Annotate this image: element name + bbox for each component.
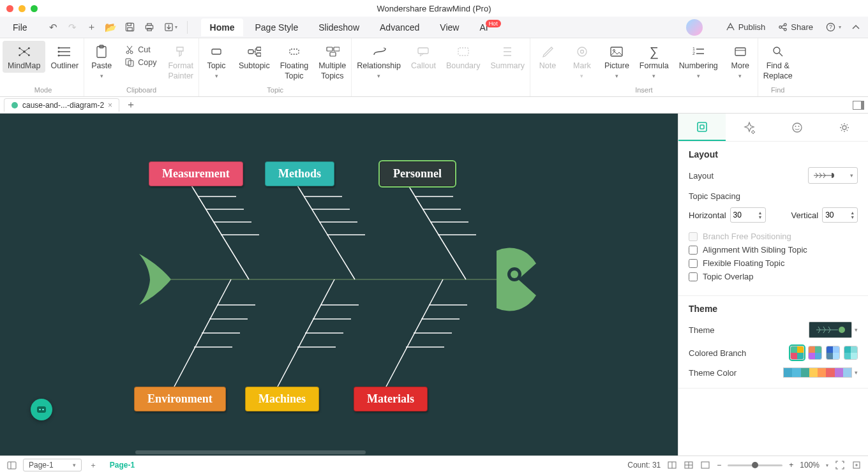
svg-line-61 — [174, 279, 231, 388]
boundary-button[interactable]: Boundary — [441, 41, 486, 73]
canvas-hscroll[interactable] — [0, 449, 678, 455]
align-sibling-check[interactable]: Alignment With Sibling Topic — [689, 245, 858, 255]
fish-cat-environment[interactable]: Environment — [134, 387, 226, 411]
svg-point-39 — [613, 50, 615, 52]
ribbon-group-insert: Note Mark▾ Picture▾ ∑Formula▾ 12Numberin… — [530, 38, 758, 96]
export-button[interactable]: ▾ — [160, 19, 182, 36]
layout-select[interactable]: ▾ — [808, 167, 858, 184]
flex-float-check[interactable]: Flexible Floating Topic — [689, 258, 858, 268]
svg-rect-82 — [700, 125, 704, 129]
cut-icon — [125, 45, 134, 54]
file-menu[interactable]: File — [5, 20, 35, 35]
tab-view[interactable]: View — [431, 19, 468, 36]
note-button[interactable]: Note — [530, 41, 565, 73]
count-label: Count: 31 — [627, 461, 661, 470]
tab-ai[interactable]: AIHot — [470, 19, 512, 36]
svg-point-36 — [578, 47, 587, 56]
panel-tab-layout[interactable] — [678, 114, 726, 141]
vertical-spin[interactable]: ▲▼ — [822, 207, 858, 223]
subtopic-button[interactable]: Subtopic — [234, 41, 275, 73]
mindmap-mode[interactable]: MindMap — [3, 41, 45, 73]
canvas[interactable]: Measurement Methods Personnel Environmen… — [0, 114, 678, 455]
picture-icon — [610, 45, 624, 59]
multiple-topics-button[interactable]: Multiple Topics — [313, 41, 351, 82]
find-replace-button[interactable]: Find & Replace — [758, 41, 798, 82]
fullscreen[interactable] — [835, 460, 845, 470]
help-button[interactable]: ? ▾ — [821, 20, 846, 34]
ai-fab[interactable] — [31, 399, 52, 420]
share-button[interactable]: Share — [773, 20, 818, 34]
more-button[interactable]: More▾ — [723, 41, 758, 81]
new-button[interactable]: ＋ — [84, 19, 100, 36]
doc-icon — [11, 101, 19, 109]
fish-cat-machines[interactable]: Machines — [245, 387, 319, 411]
floating-topic-button[interactable]: Floating Topic — [275, 41, 313, 82]
theme-color-select[interactable] — [783, 367, 852, 378]
undo-button[interactable]: ↶ — [45, 19, 62, 36]
close-window[interactable] — [6, 5, 13, 12]
view-mode-3[interactable] — [700, 460, 710, 470]
print-button[interactable] — [141, 19, 158, 36]
svg-point-84 — [795, 126, 796, 127]
callout-button[interactable]: Callout — [406, 41, 441, 73]
swatch-3[interactable] — [826, 346, 840, 360]
swatch-4[interactable] — [844, 346, 858, 360]
close-tab[interactable]: × — [108, 101, 112, 110]
theme-select[interactable] — [809, 322, 852, 338]
copy-icon — [125, 58, 134, 67]
copy-button[interactable]: Copy — [123, 56, 159, 69]
pages-icon[interactable] — [6, 460, 17, 470]
overlap-check[interactable]: Topic Overlap — [689, 272, 858, 281]
subtopic-icon — [247, 45, 261, 59]
add-tab[interactable]: ＋ — [126, 98, 136, 112]
formula-button[interactable]: ∑Formula▾ — [634, 41, 674, 81]
fish-cat-materials[interactable]: Materials — [354, 387, 428, 411]
swatch-1[interactable] — [790, 346, 804, 360]
relationship-button[interactable]: Relationship▾ — [352, 41, 406, 81]
svg-rect-90 — [8, 462, 16, 469]
numbering-button[interactable]: 12Numbering▾ — [674, 41, 723, 81]
zoom-slider[interactable] — [728, 464, 782, 466]
minimize-window[interactable] — [19, 5, 26, 12]
outliner-mode[interactable]: Outliner — [45, 41, 84, 73]
swatch-2[interactable] — [808, 346, 822, 360]
topic-button[interactable]: Topic▾ — [199, 41, 234, 81]
picture-button[interactable]: Picture▾ — [599, 41, 634, 81]
section-theme: Theme Theme ▾ Colored Branch — [678, 296, 868, 389]
tab-advanced[interactable]: Advanced — [371, 19, 428, 36]
publish-button[interactable]: Publish — [721, 20, 771, 34]
open-button[interactable]: 📂 — [103, 19, 119, 36]
fish-cat-measurement[interactable]: Measurement — [149, 161, 243, 186]
panel-tab-icons[interactable] — [774, 114, 821, 141]
format-painter-button[interactable]: Format Painter — [163, 41, 198, 82]
maximize-window[interactable] — [31, 5, 38, 12]
panel-tab-settings[interactable] — [821, 114, 868, 141]
page-select[interactable]: Page-1▾ — [23, 459, 82, 471]
fish-cat-methods[interactable]: Methods — [265, 161, 334, 186]
view-mode-1[interactable] — [667, 460, 677, 470]
zoom-in[interactable]: + — [789, 461, 793, 470]
tab-page-style[interactable]: Page Style — [246, 19, 307, 36]
document-tab[interactable]: cause-and-...-diagram-2 × — [4, 98, 119, 112]
mark-button[interactable]: Mark▾ — [565, 41, 599, 81]
tab-home[interactable]: Home — [201, 19, 244, 36]
zoom-out[interactable]: − — [717, 461, 721, 470]
sparkle-icon — [743, 121, 756, 134]
panel-tab-style[interactable] — [726, 114, 773, 141]
horizontal-spin[interactable]: ▲▼ — [730, 207, 766, 223]
redo-button[interactable]: ↷ — [64, 19, 81, 36]
view-mode-2[interactable] — [684, 460, 694, 470]
cut-button[interactable]: Cut — [123, 43, 159, 56]
user-avatar[interactable] — [686, 19, 703, 36]
fit-page[interactable] — [851, 460, 862, 470]
save-button[interactable] — [122, 19, 138, 36]
paste-button[interactable]: Paste▾ — [84, 41, 119, 81]
tab-slideshow[interactable]: Slideshow — [310, 19, 368, 36]
current-page[interactable]: Page-1 — [105, 459, 140, 471]
fish-cat-personnel[interactable]: Personnel — [380, 161, 455, 186]
svg-rect-1 — [128, 23, 131, 26]
collapse-ribbon[interactable] — [849, 22, 863, 33]
add-page[interactable]: ＋ — [88, 460, 98, 470]
panel-toggle[interactable] — [853, 101, 864, 110]
summary-button[interactable]: Summary — [485, 41, 529, 73]
